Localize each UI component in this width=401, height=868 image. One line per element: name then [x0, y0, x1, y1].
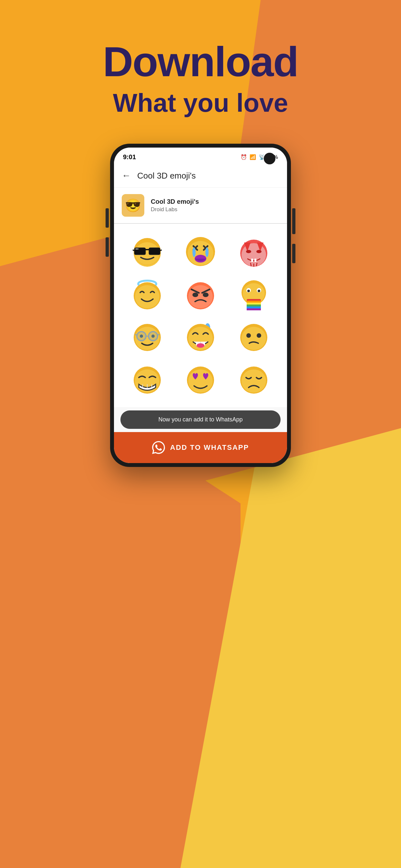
devil-emoji-svg [238, 236, 270, 268]
svg-point-25 [256, 250, 261, 253]
sad-emoji-svg [238, 363, 270, 396]
app-header: ← Cool 3D emoji's [114, 164, 287, 188]
svg-point-39 [203, 292, 209, 297]
add-button-label: ADD TO WHATSAPP [170, 443, 249, 452]
list-item[interactable] [174, 273, 227, 315]
page-title: Cool 3D emoji's [137, 171, 196, 181]
svg-point-24 [246, 250, 251, 253]
angel-emoji-svg [131, 278, 163, 310]
side-button-2 [292, 244, 296, 263]
list-item[interactable] [227, 358, 281, 401]
add-to-whatsapp-button[interactable]: ADD TO WHATSAPP [114, 432, 287, 463]
pack-icon: 😎 [122, 194, 144, 217]
svg-rect-10 [137, 248, 139, 250]
alarm-icon: ⏰ [241, 154, 247, 160]
page-content: Download What you love 9:01 ⏰ 📶 📡 [0, 0, 401, 868]
hero-subtitle: What you love [103, 88, 298, 118]
list-item[interactable] [120, 273, 174, 315]
smirk-emoji-svg [238, 321, 270, 353]
list-item[interactable] [120, 358, 174, 401]
status-bar: 9:01 ⏰ 📶 📡 27% [114, 148, 287, 164]
list-item[interactable] [227, 230, 281, 273]
svg-line-7 [160, 250, 162, 251]
hero-section: Download What you love [103, 39, 298, 118]
crying-emoji-svg [184, 236, 217, 268]
svg-point-81 [242, 369, 266, 393]
hero-title: Download [103, 39, 298, 85]
svg-point-62 [151, 335, 155, 338]
svg-point-70 [242, 327, 266, 350]
phone-container: 9:01 ⏰ 📶 📡 27% ← Cool 3D emoji's [110, 144, 291, 467]
svg-point-44 [247, 290, 250, 292]
list-item[interactable] [174, 358, 227, 401]
pack-icon-emoji: 😎 [125, 198, 141, 213]
grin-teeth-emoji-svg [131, 363, 163, 396]
svg-point-79 [188, 369, 213, 393]
svg-point-17 [192, 247, 196, 257]
front-camera [264, 153, 275, 164]
vol-up-button [105, 208, 109, 228]
svg-point-38 [192, 292, 198, 297]
svg-point-33 [135, 285, 159, 308]
rainbow-vomit-emoji-svg [238, 278, 270, 310]
list-item[interactable] [120, 230, 174, 273]
toast-message: Now you can add it to WhatsApp [120, 410, 281, 429]
svg-line-28 [251, 263, 251, 266]
svg-point-71 [246, 333, 251, 338]
svg-point-21 [242, 243, 266, 267]
vol-down-button [105, 237, 109, 257]
svg-point-68 [197, 343, 204, 348]
svg-rect-5 [145, 249, 149, 250]
svg-rect-4 [149, 248, 160, 255]
svg-rect-9 [136, 248, 137, 250]
pack-details: Cool 3D emoji's Droid Labs [151, 198, 199, 213]
svg-line-30 [256, 263, 257, 266]
sunglasses-emoji-svg [131, 236, 163, 268]
power-button [292, 208, 296, 234]
phone-screen: 9:01 ⏰ 📶 📡 27% ← Cool 3D emoji's [114, 148, 287, 463]
wifi-icon: 📶 [250, 154, 256, 160]
back-button[interactable]: ← [122, 170, 131, 181]
emoji-grid [114, 224, 287, 407]
svg-point-72 [257, 333, 261, 338]
svg-point-45 [258, 290, 260, 292]
list-item[interactable] [120, 315, 174, 358]
svg-point-61 [140, 335, 143, 338]
pack-author: Droid Labs [151, 206, 199, 213]
angry-emoji-svg [184, 278, 217, 310]
sticker-pack-info: 😎 Cool 3D emoji's Droid Labs [114, 188, 287, 224]
heart-eyes-emoji-svg [184, 363, 217, 396]
whatsapp-icon [152, 441, 165, 454]
list-item[interactable] [227, 273, 281, 315]
svg-rect-27 [254, 259, 256, 262]
svg-point-18 [205, 247, 209, 257]
svg-rect-51 [247, 308, 261, 310]
svg-rect-8 [135, 248, 136, 250]
status-time: 9:01 [123, 153, 136, 161]
pack-name: Cool 3D emoji's [151, 198, 199, 206]
list-item[interactable] [174, 230, 227, 273]
list-item[interactable] [174, 315, 227, 358]
svg-point-35 [188, 285, 213, 308]
svg-line-6 [133, 250, 134, 251]
phone-frame: 9:01 ⏰ 📶 📡 27% ← Cool 3D emoji's [110, 144, 291, 467]
svg-rect-26 [251, 259, 253, 262]
list-item[interactable] [227, 315, 281, 358]
nerd-emoji-svg [131, 321, 163, 353]
sweat-smile-emoji-svg [184, 321, 217, 353]
